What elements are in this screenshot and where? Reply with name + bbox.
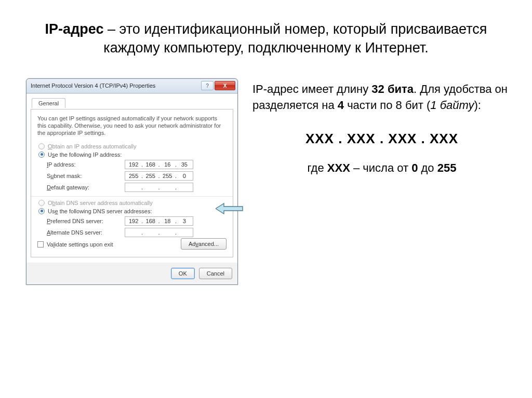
title-term: IP-адрес: [45, 21, 104, 37]
client-area: General You can get IP settings assigned…: [26, 93, 237, 263]
tab-body: You can get IP settings assigned automat…: [31, 109, 233, 257]
subnet-mask-label: Subnet mask:Subnet mask:: [47, 173, 125, 179]
svg-marker-0: [216, 203, 243, 214]
close-icon: X: [223, 83, 227, 89]
gateway-label: Default gateway:Default gateway:: [47, 184, 125, 190]
titlebar: Internet Protocol Version 4 (TCP/IPv4) P…: [26, 79, 237, 93]
radio-icon: [38, 208, 45, 214]
ip-address-label: IP address:IP address:: [47, 161, 125, 168]
radio-icon: [38, 152, 45, 158]
help-button[interactable]: ?: [201, 81, 214, 90]
radio-use-dns[interactable]: Use the following DNS server addresses:U…: [38, 208, 227, 214]
ipv4-properties-window: Internet Protocol Version 4 (TCP/IPv4) P…: [26, 78, 238, 285]
cancel-button[interactable]: Cancel: [199, 268, 232, 279]
gateway-row: Default gateway:Default gateway: . . .: [47, 183, 227, 192]
question-icon: ?: [206, 83, 209, 89]
title-rest: – это идентификационный номер, который п…: [103, 21, 487, 56]
window-title: Internet Protocol Version 4 (TCP/IPv4) P…: [31, 83, 201, 89]
preferred-dns-row: Preferred DNS server:Preferred DNS serve…: [47, 216, 227, 226]
radio-auto-ip[interactable]: OObtain an IP address automaticallybtain…: [38, 143, 227, 149]
alternate-dns-input[interactable]: . . .: [125, 228, 193, 237]
validate-label: Validate settings upon exitValidate sett…: [47, 241, 113, 248]
range-text: где ХХХ – числа от 0 до 255: [252, 161, 511, 175]
radio-icon: [38, 143, 45, 149]
ip-pattern: ХХХ . ХХХ . ХХХ . ХХХ: [252, 131, 511, 147]
subnet-mask-row: Subnet mask:Subnet mask: 255. 255. 255. …: [47, 171, 227, 181]
alternate-dns-row: Alternate DNS server:Alternate DNS serve…: [47, 228, 227, 237]
description-text: You can get IP settings assigned automat…: [37, 115, 227, 137]
radio-label: Use the following DNS server addresses:U…: [48, 208, 152, 214]
slide-title: IP-адрес – это идентификационный номер, …: [0, 0, 532, 63]
advanced-button[interactable]: Advanced...Advanced...: [181, 238, 227, 250]
dns-fields: Preferred DNS server:Preferred DNS serve…: [47, 216, 227, 237]
radio-label: Use the following IP address:Use the fol…: [48, 152, 122, 158]
ip-address-input[interactable]: 192. 168. 16. 35: [125, 160, 193, 169]
checkbox-icon: [37, 241, 44, 248]
ip-fields: IP address:IP address: 192. 168. 16. 35 …: [47, 160, 227, 192]
ip-address-row: IP address:IP address: 192. 168. 16. 35: [47, 160, 227, 169]
explanation-text: IP-адрес имеет длину 32 бита. Для удобст…: [252, 81, 511, 114]
pointer-arrow: [216, 202, 244, 215]
preferred-dns-label: Preferred DNS server:Preferred DNS serve…: [47, 218, 125, 224]
explanation-column: IP-адрес имеет длину 32 бита. Для удобст…: [252, 78, 511, 285]
content-row: Internet Protocol Version 4 (TCP/IPv4) P…: [0, 63, 532, 285]
alternate-dns-label: Alternate DNS server:Alternate DNS serve…: [47, 229, 125, 236]
radio-label: OObtain an IP address automaticallybtain…: [48, 143, 136, 149]
radio-use-ip[interactable]: Use the following IP address:Use the fol…: [38, 152, 227, 158]
ok-button[interactable]: OK: [171, 268, 195, 279]
radio-icon: [38, 200, 45, 206]
preferred-dns-input[interactable]: 192. 168. 18. 3: [125, 216, 193, 226]
dialog-footer: OK Cancel: [26, 263, 237, 284]
subnet-mask-input[interactable]: 255. 255. 255. 0: [125, 171, 193, 181]
separator: [31, 196, 233, 197]
close-button[interactable]: X: [215, 81, 235, 90]
tabstrip: General: [31, 97, 233, 109]
tab-border: [31, 109, 233, 109]
tab-general[interactable]: General: [32, 98, 65, 108]
gateway-input[interactable]: . . .: [125, 183, 193, 192]
radio-auto-dns[interactable]: Obtain DNS server address automaticallyO…: [38, 200, 227, 206]
radio-label: Obtain DNS server address automaticallyO…: [48, 200, 153, 206]
